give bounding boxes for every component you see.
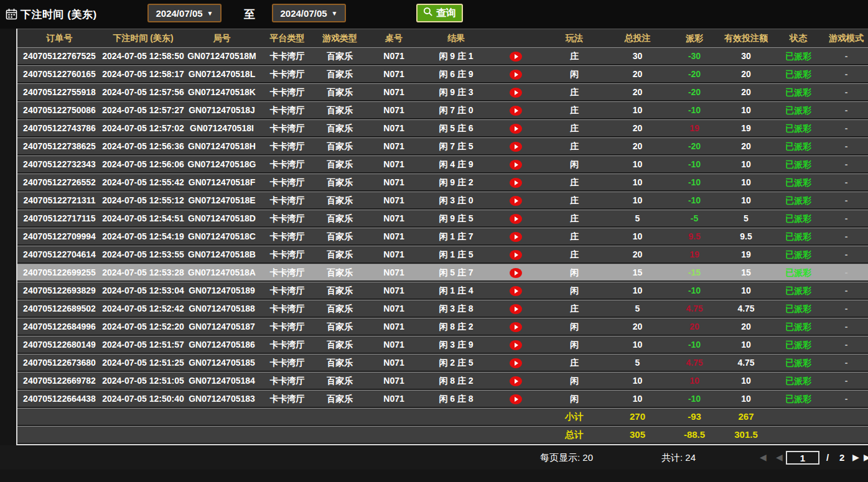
page-number-input[interactable] — [786, 451, 819, 465]
status-badge: 已派彩 — [772, 210, 824, 228]
bet-time: 2024-07-05 12:51:25 — [101, 354, 185, 372]
payout: -5 — [669, 210, 720, 228]
valid-bet: 4.75 — [720, 354, 772, 372]
date-to-select[interactable]: 2024/07/05 ▼ — [272, 4, 346, 22]
table-row[interactable]: 240705122767525 2024-07-05 12:58:50 GN07… — [17, 47, 868, 65]
bet-side: 庄 — [543, 192, 606, 210]
query-button[interactable]: 查询 — [416, 4, 463, 22]
payout: -20 — [669, 137, 720, 155]
valid-bet: 4.75 — [720, 300, 772, 318]
status-badge: 已派彩 — [772, 192, 824, 210]
table-row[interactable]: 240705122689502 2024-07-05 12:52:42 GN07… — [17, 300, 868, 318]
platform-type: 卡卡湾厅 — [259, 210, 315, 228]
table-row[interactable]: 240705122750086 2024-07-05 12:57:27 GN07… — [17, 101, 868, 119]
grand-total-total-bet: 305 — [606, 426, 669, 444]
play-icon[interactable] — [510, 214, 522, 224]
pagination-bar: 每页显示: 20 共计: 24 ◀ ◀ / 2 ▶ ▶▐ — [0, 445, 868, 470]
prev-page-icon[interactable]: ◀ — [776, 452, 783, 462]
platform-type: 卡卡湾厅 — [259, 372, 315, 390]
play-icon[interactable] — [510, 304, 522, 314]
date-from-select[interactable]: 2024/07/05 ▼ — [147, 4, 222, 22]
round-id: GN07124705188 — [185, 300, 259, 318]
game-mode: - — [824, 137, 868, 155]
first-page-icon[interactable]: ◀ — [760, 452, 767, 462]
table-number: N071 — [364, 246, 424, 264]
table-row[interactable]: 240705122669782 2024-07-05 12:51:05 GN07… — [17, 372, 868, 390]
round-id: GN0712470518B — [185, 246, 259, 264]
round-id: GN07124705183 — [185, 390, 259, 408]
play-icon[interactable] — [510, 322, 522, 332]
calendar-icon — [6, 8, 17, 22]
play-icon[interactable] — [510, 160, 522, 170]
table-row[interactable]: 240705122693829 2024-07-05 12:53:04 GN07… — [17, 282, 868, 300]
result: 闲 8 庄 2 — [424, 318, 488, 336]
round-id: GN07124705187 — [185, 318, 259, 336]
table-row[interactable]: 240705122684996 2024-07-05 12:52:20 GN07… — [17, 318, 868, 336]
total-bet: 30 — [606, 47, 669, 65]
replay-cell — [488, 282, 543, 300]
table-number: N071 — [364, 228, 424, 246]
game-type: 百家乐 — [315, 264, 364, 282]
table-row[interactable]: 240705122699255 2024-07-05 12:53:28 GN07… — [17, 264, 868, 282]
table-row[interactable]: 240705122732343 2024-07-05 12:56:06 GN07… — [17, 155, 868, 174]
result: 闲 3 庄 9 — [424, 336, 488, 354]
play-icon[interactable] — [510, 70, 522, 80]
play-icon[interactable] — [510, 106, 522, 116]
table-row[interactable]: 240705122704614 2024-07-05 12:53:55 GN07… — [17, 246, 868, 264]
order-id: 240705122704614 — [17, 246, 101, 264]
valid-bet: 20 — [720, 83, 772, 101]
bet-time: 2024-07-05 12:57:27 — [101, 101, 185, 119]
replay-cell — [488, 246, 543, 264]
table-row[interactable]: 240705122721311 2024-07-05 12:55:12 GN07… — [17, 192, 868, 210]
grand-total-valid-bet: 301.5 — [720, 426, 772, 444]
valid-bet: 20 — [720, 65, 772, 83]
play-icon[interactable] — [510, 394, 522, 404]
payout: -10 — [669, 192, 720, 210]
result: 闲 9 庄 2 — [424, 174, 488, 192]
table-row[interactable]: 240705122760165 2024-07-05 12:58:17 GN07… — [17, 65, 868, 83]
play-icon[interactable] — [510, 178, 522, 188]
chevron-down-icon: ▼ — [332, 10, 338, 17]
play-icon[interactable] — [510, 376, 522, 386]
replay-cell — [488, 372, 543, 390]
table-number: N071 — [364, 174, 424, 192]
table-row[interactable]: 240705122755918 2024-07-05 12:57:56 GN07… — [17, 83, 868, 101]
game-type: 百家乐 — [315, 101, 364, 119]
bet-side: 庄 — [543, 119, 606, 137]
column-header: 派彩 — [669, 29, 720, 47]
play-icon[interactable] — [510, 358, 522, 368]
game-type: 百家乐 — [315, 83, 364, 101]
play-icon[interactable] — [510, 124, 522, 134]
table-row[interactable]: 240705122743786 2024-07-05 12:57:02 GN07… — [17, 119, 868, 137]
platform-type: 卡卡湾厅 — [259, 318, 315, 336]
play-icon[interactable] — [510, 88, 522, 98]
table-number: N071 — [364, 282, 424, 300]
table-row[interactable]: 240705122717115 2024-07-05 12:54:51 GN07… — [17, 210, 868, 228]
bet-time: 2024-07-05 12:56:06 — [101, 155, 185, 174]
table-row[interactable]: 240705122726552 2024-07-05 12:55:42 GN07… — [17, 174, 868, 192]
table-row[interactable]: 240705122673680 2024-07-05 12:51:25 GN07… — [17, 354, 868, 372]
play-icon[interactable] — [510, 232, 522, 242]
table-row[interactable]: 240705122664438 2024-07-05 12:50:40 GN07… — [17, 390, 868, 408]
replay-cell — [488, 228, 543, 246]
play-icon[interactable] — [510, 268, 522, 278]
subtotal-payout: -93 — [669, 408, 720, 426]
payout: 20 — [669, 318, 720, 336]
order-id: 240705122673680 — [17, 354, 101, 372]
replay-cell — [488, 264, 543, 282]
next-page-icon[interactable]: ▶ — [852, 452, 859, 462]
table-row[interactable]: 240705122680149 2024-07-05 12:51:57 GN07… — [17, 336, 868, 354]
last-page-icon[interactable]: ▶▐ — [864, 452, 868, 462]
play-icon[interactable] — [510, 52, 522, 62]
table-row[interactable]: 240705122709994 2024-07-05 12:54:19 GN07… — [17, 228, 868, 246]
play-icon[interactable] — [510, 286, 522, 296]
play-icon[interactable] — [510, 196, 522, 206]
grand-total-label: 总计 — [543, 426, 606, 444]
play-icon[interactable] — [510, 340, 522, 350]
platform-type: 卡卡湾厅 — [259, 390, 315, 408]
table-row[interactable]: 240705122738625 2024-07-05 12:56:36 GN07… — [17, 137, 868, 155]
bet-time: 2024-07-05 12:55:42 — [101, 174, 185, 192]
game-type: 百家乐 — [315, 210, 364, 228]
play-icon[interactable] — [510, 142, 522, 152]
play-icon[interactable] — [510, 250, 522, 260]
